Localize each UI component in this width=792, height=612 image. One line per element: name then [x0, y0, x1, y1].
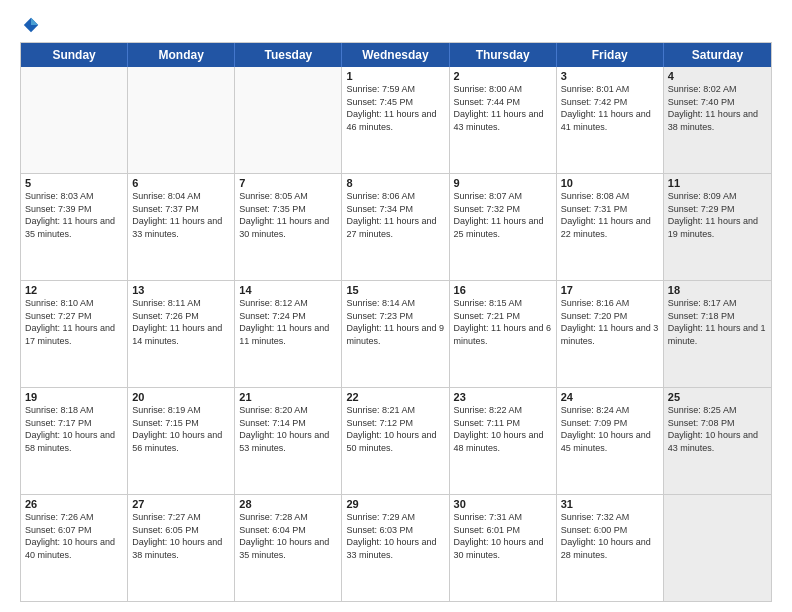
- day-info: Sunrise: 8:17 AMSunset: 7:18 PMDaylight:…: [668, 297, 767, 347]
- day-info: Sunrise: 8:04 AMSunset: 7:37 PMDaylight:…: [132, 190, 230, 240]
- day-info: Sunrise: 8:11 AMSunset: 7:26 PMDaylight:…: [132, 297, 230, 347]
- day-number: 15: [346, 284, 444, 296]
- day-number: 31: [561, 498, 659, 510]
- calendar-cell: 16Sunrise: 8:15 AMSunset: 7:21 PMDayligh…: [450, 281, 557, 387]
- day-number: 7: [239, 177, 337, 189]
- day-number: 2: [454, 70, 552, 82]
- calendar-cell: 20Sunrise: 8:19 AMSunset: 7:15 PMDayligh…: [128, 388, 235, 494]
- svg-marker-1: [31, 18, 38, 25]
- day-number: 10: [561, 177, 659, 189]
- day-number: 28: [239, 498, 337, 510]
- calendar-row-4: 26Sunrise: 7:26 AMSunset: 6:07 PMDayligh…: [21, 494, 771, 601]
- calendar-cell: 3Sunrise: 8:01 AMSunset: 7:42 PMDaylight…: [557, 67, 664, 173]
- header-day-tuesday: Tuesday: [235, 43, 342, 67]
- day-number: 14: [239, 284, 337, 296]
- calendar-body: 1Sunrise: 7:59 AMSunset: 7:45 PMDaylight…: [21, 67, 771, 601]
- page: SundayMondayTuesdayWednesdayThursdayFrid…: [0, 0, 792, 612]
- calendar-cell: 21Sunrise: 8:20 AMSunset: 7:14 PMDayligh…: [235, 388, 342, 494]
- day-info: Sunrise: 8:19 AMSunset: 7:15 PMDaylight:…: [132, 404, 230, 454]
- calendar-header: SundayMondayTuesdayWednesdayThursdayFrid…: [21, 43, 771, 67]
- day-info: Sunrise: 8:06 AMSunset: 7:34 PMDaylight:…: [346, 190, 444, 240]
- day-info: Sunrise: 8:10 AMSunset: 7:27 PMDaylight:…: [25, 297, 123, 347]
- day-info: Sunrise: 8:14 AMSunset: 7:23 PMDaylight:…: [346, 297, 444, 347]
- header-day-thursday: Thursday: [450, 43, 557, 67]
- day-info: Sunrise: 8:18 AMSunset: 7:17 PMDaylight:…: [25, 404, 123, 454]
- day-number: 18: [668, 284, 767, 296]
- day-number: 19: [25, 391, 123, 403]
- day-number: 8: [346, 177, 444, 189]
- calendar-cell: [21, 67, 128, 173]
- logo-icon: [22, 16, 40, 34]
- header-day-sunday: Sunday: [21, 43, 128, 67]
- day-number: 3: [561, 70, 659, 82]
- day-info: Sunrise: 7:32 AMSunset: 6:00 PMDaylight:…: [561, 511, 659, 561]
- day-info: Sunrise: 8:16 AMSunset: 7:20 PMDaylight:…: [561, 297, 659, 347]
- day-number: 24: [561, 391, 659, 403]
- calendar-cell: 11Sunrise: 8:09 AMSunset: 7:29 PMDayligh…: [664, 174, 771, 280]
- calendar-cell: 13Sunrise: 8:11 AMSunset: 7:26 PMDayligh…: [128, 281, 235, 387]
- calendar-cell: 8Sunrise: 8:06 AMSunset: 7:34 PMDaylight…: [342, 174, 449, 280]
- calendar-row-2: 12Sunrise: 8:10 AMSunset: 7:27 PMDayligh…: [21, 280, 771, 387]
- day-info: Sunrise: 8:02 AMSunset: 7:40 PMDaylight:…: [668, 83, 767, 133]
- calendar-cell: 4Sunrise: 8:02 AMSunset: 7:40 PMDaylight…: [664, 67, 771, 173]
- calendar-cell: 28Sunrise: 7:28 AMSunset: 6:04 PMDayligh…: [235, 495, 342, 601]
- day-number: 30: [454, 498, 552, 510]
- header-day-friday: Friday: [557, 43, 664, 67]
- day-number: 29: [346, 498, 444, 510]
- day-number: 13: [132, 284, 230, 296]
- calendar-cell: [235, 67, 342, 173]
- calendar-cell: 1Sunrise: 7:59 AMSunset: 7:45 PMDaylight…: [342, 67, 449, 173]
- calendar-cell: 2Sunrise: 8:00 AMSunset: 7:44 PMDaylight…: [450, 67, 557, 173]
- calendar-cell: 31Sunrise: 7:32 AMSunset: 6:00 PMDayligh…: [557, 495, 664, 601]
- day-number: 22: [346, 391, 444, 403]
- day-number: 5: [25, 177, 123, 189]
- calendar-cell: 10Sunrise: 8:08 AMSunset: 7:31 PMDayligh…: [557, 174, 664, 280]
- logo: [20, 16, 40, 34]
- header-day-wednesday: Wednesday: [342, 43, 449, 67]
- day-info: Sunrise: 8:20 AMSunset: 7:14 PMDaylight:…: [239, 404, 337, 454]
- calendar-cell: 17Sunrise: 8:16 AMSunset: 7:20 PMDayligh…: [557, 281, 664, 387]
- calendar-cell: 15Sunrise: 8:14 AMSunset: 7:23 PMDayligh…: [342, 281, 449, 387]
- day-number: 25: [668, 391, 767, 403]
- calendar-cell: 22Sunrise: 8:21 AMSunset: 7:12 PMDayligh…: [342, 388, 449, 494]
- day-info: Sunrise: 8:05 AMSunset: 7:35 PMDaylight:…: [239, 190, 337, 240]
- day-number: 11: [668, 177, 767, 189]
- calendar-cell: 18Sunrise: 8:17 AMSunset: 7:18 PMDayligh…: [664, 281, 771, 387]
- day-info: Sunrise: 8:15 AMSunset: 7:21 PMDaylight:…: [454, 297, 552, 347]
- calendar-cell: [664, 495, 771, 601]
- day-info: Sunrise: 7:27 AMSunset: 6:05 PMDaylight:…: [132, 511, 230, 561]
- calendar-cell: [128, 67, 235, 173]
- day-info: Sunrise: 8:25 AMSunset: 7:08 PMDaylight:…: [668, 404, 767, 454]
- day-number: 16: [454, 284, 552, 296]
- calendar-cell: 12Sunrise: 8:10 AMSunset: 7:27 PMDayligh…: [21, 281, 128, 387]
- day-number: 17: [561, 284, 659, 296]
- day-info: Sunrise: 8:09 AMSunset: 7:29 PMDaylight:…: [668, 190, 767, 240]
- header-day-monday: Monday: [128, 43, 235, 67]
- day-info: Sunrise: 8:24 AMSunset: 7:09 PMDaylight:…: [561, 404, 659, 454]
- day-info: Sunrise: 8:07 AMSunset: 7:32 PMDaylight:…: [454, 190, 552, 240]
- day-info: Sunrise: 8:00 AMSunset: 7:44 PMDaylight:…: [454, 83, 552, 133]
- calendar-cell: 30Sunrise: 7:31 AMSunset: 6:01 PMDayligh…: [450, 495, 557, 601]
- day-number: 27: [132, 498, 230, 510]
- calendar-cell: 7Sunrise: 8:05 AMSunset: 7:35 PMDaylight…: [235, 174, 342, 280]
- day-number: 4: [668, 70, 767, 82]
- header: [20, 16, 772, 34]
- day-info: Sunrise: 8:03 AMSunset: 7:39 PMDaylight:…: [25, 190, 123, 240]
- day-info: Sunrise: 8:08 AMSunset: 7:31 PMDaylight:…: [561, 190, 659, 240]
- day-number: 26: [25, 498, 123, 510]
- calendar-cell: 14Sunrise: 8:12 AMSunset: 7:24 PMDayligh…: [235, 281, 342, 387]
- calendar-cell: 6Sunrise: 8:04 AMSunset: 7:37 PMDaylight…: [128, 174, 235, 280]
- calendar-cell: 26Sunrise: 7:26 AMSunset: 6:07 PMDayligh…: [21, 495, 128, 601]
- calendar-cell: 27Sunrise: 7:27 AMSunset: 6:05 PMDayligh…: [128, 495, 235, 601]
- day-number: 23: [454, 391, 552, 403]
- calendar-cell: 9Sunrise: 8:07 AMSunset: 7:32 PMDaylight…: [450, 174, 557, 280]
- day-number: 21: [239, 391, 337, 403]
- day-number: 1: [346, 70, 444, 82]
- calendar-row-0: 1Sunrise: 7:59 AMSunset: 7:45 PMDaylight…: [21, 67, 771, 173]
- day-number: 6: [132, 177, 230, 189]
- day-number: 9: [454, 177, 552, 189]
- day-info: Sunrise: 8:22 AMSunset: 7:11 PMDaylight:…: [454, 404, 552, 454]
- calendar-cell: 25Sunrise: 8:25 AMSunset: 7:08 PMDayligh…: [664, 388, 771, 494]
- day-info: Sunrise: 8:21 AMSunset: 7:12 PMDaylight:…: [346, 404, 444, 454]
- day-info: Sunrise: 7:28 AMSunset: 6:04 PMDaylight:…: [239, 511, 337, 561]
